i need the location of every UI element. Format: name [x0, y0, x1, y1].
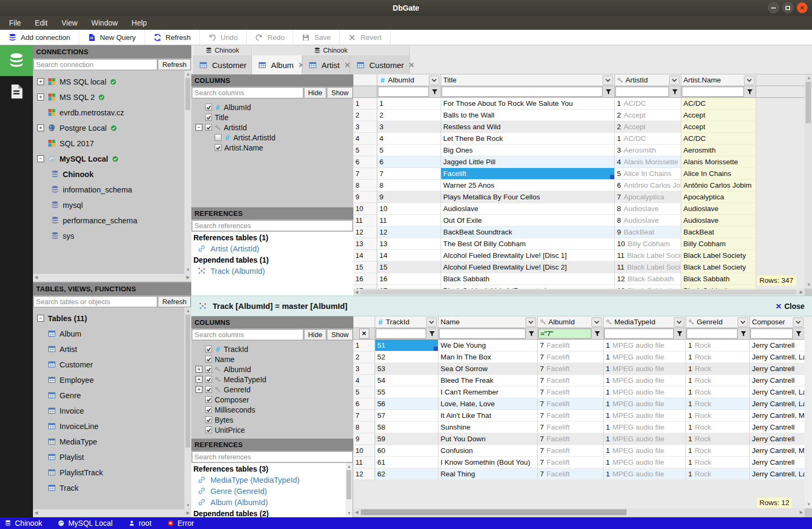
tab-close-icon[interactable]: ✕	[344, 61, 350, 69]
cell-artistid[interactable]: 1AC/DC	[615, 133, 681, 145]
album-columns-show-button[interactable]: Show	[327, 87, 353, 98]
column-item-title[interactable]: Title	[191, 112, 353, 122]
filter-funnel-button[interactable]	[674, 329, 685, 339]
cell-artistid[interactable]: 12Black Sabbath	[615, 285, 681, 289]
cell-albumid[interactable]: 7Facelift	[538, 340, 604, 351]
cell-title[interactable]: The Best Of Billy Cobham	[441, 238, 615, 250]
cell-trackid[interactable]: 56	[375, 398, 438, 410]
cell-trackid[interactable]: 57	[375, 410, 438, 422]
cell-name[interactable]: Man In The Box	[438, 351, 538, 363]
toolbar-redo-button[interactable]: Redo	[247, 30, 293, 45]
cell-albumid[interactable]: 7Facelift	[538, 387, 604, 398]
cell-composer[interactable]: Jerry Cantrell, Layne Staley	[750, 468, 805, 480]
cell-title[interactable]: Let There Be Rock	[441, 133, 615, 145]
connection-item-mysql[interactable]: mysql	[33, 197, 184, 213]
connection-item-chinook[interactable]: Chinook	[33, 166, 184, 182]
filter-input-artist-name[interactable]	[682, 87, 744, 97]
status-mysql-local[interactable]: MySQL Local	[58, 519, 113, 527]
cell-composer[interactable]: Jerry Cantrell	[750, 340, 805, 351]
reference-link-genre-genreid[interactable]: Genre (GenreId)	[191, 485, 345, 497]
album-references-search-input[interactable]	[192, 220, 353, 231]
filter-funnel-button[interactable]	[526, 329, 537, 339]
column-header-artist-name[interactable]: Artist.Name	[681, 74, 756, 86]
close-reference-button[interactable]: ✕Close	[775, 302, 805, 310]
column-checkbox[interactable]	[205, 356, 212, 363]
column-item-milliseconds[interactable]: Milliseconds	[191, 405, 353, 415]
connection-item-evrdb-metrostav-cz[interactable]: evrdb.metrostav.cz	[33, 105, 184, 120]
cell-name[interactable]: Sunshine	[438, 422, 538, 433]
cell-name[interactable]: We Die Young	[438, 340, 538, 351]
status-chinook[interactable]: Chinook	[5, 519, 42, 527]
track-references-scrollbar[interactable]: ▲▼	[345, 463, 352, 517]
column-item-artist-name[interactable]: Artist.Name	[191, 142, 353, 153]
cell-title[interactable]: Black Sabbath Vol. 4 (Remaster)	[441, 285, 615, 289]
cell-title[interactable]: BackBeat Soundtrack	[441, 226, 615, 238]
filter-input-composer[interactable]	[750, 329, 793, 339]
expander-plus-icon[interactable]: +	[37, 124, 44, 131]
cell-artist-name[interactable]: Black Sabbath	[681, 273, 756, 285]
track-columns-hide-button[interactable]: Hide	[304, 329, 327, 340]
column-dropdown-button[interactable]	[738, 317, 748, 327]
column-header-mediatypeid[interactable]: MediaTypeId	[604, 316, 686, 328]
album-grid-vertical-scrollbar[interactable]: ▲▼	[805, 74, 812, 289]
column-checkbox[interactable]	[205, 426, 212, 433]
expander-minus-icon[interactable]: −	[37, 155, 44, 162]
table-item-genre[interactable]: Genre	[33, 388, 184, 403]
column-dropdown-button[interactable]	[669, 75, 680, 85]
expander-plus-icon[interactable]: +	[196, 386, 202, 393]
reference-link-artist-artistid[interactable]: Artist (ArtistId)	[191, 243, 353, 254]
column-dropdown-button[interactable]	[429, 75, 439, 85]
filter-input-title[interactable]	[442, 87, 603, 97]
tab-close-icon[interactable]: ✕	[409, 61, 415, 69]
column-item-albumid[interactable]: #AlbumId	[191, 102, 353, 112]
menu-help[interactable]: Help	[125, 16, 154, 30]
column-header-albumid[interactable]: #AlbumId	[377, 74, 441, 86]
connections-refresh-button[interactable]: Refresh	[158, 59, 191, 70]
table-item-invoice[interactable]: Invoice	[33, 403, 184, 418]
cell-genreid[interactable]: 1Rock	[686, 398, 750, 410]
column-item-genreid[interactable]: +GenreId	[191, 384, 353, 394]
column-dropdown-button[interactable]	[744, 75, 755, 85]
connections-vertical-scrollbar[interactable]: ▲▼	[184, 71, 191, 274]
column-checkbox[interactable]	[205, 416, 212, 423]
cell-artistid[interactable]: 11Black Label Society	[615, 250, 681, 262]
column-checkbox[interactable]	[215, 134, 222, 141]
cell-albumid[interactable]: 11	[377, 215, 441, 226]
column-item-albumid[interactable]: +AlbumId	[191, 364, 353, 374]
column-checkbox[interactable]	[205, 376, 212, 383]
tables-refresh-button[interactable]: Refresh	[158, 296, 191, 307]
reference-link-mediatype-mediatypeid[interactable]: MediaType (MediaTypeId)	[191, 474, 345, 485]
menu-file[interactable]: File	[2, 16, 28, 30]
cell-name[interactable]: Put You Down	[438, 433, 538, 445]
cell-mediatypeid[interactable]: 1MPEG audio file	[604, 340, 686, 351]
cell-albumid[interactable]: 12	[377, 226, 441, 238]
column-checkbox[interactable]	[205, 104, 212, 111]
tables-search-input[interactable]	[33, 296, 157, 307]
cell-name[interactable]: It Ain't Like That	[438, 410, 538, 422]
filter-funnel-button[interactable]	[603, 87, 614, 97]
cell-title[interactable]: Facelift	[441, 168, 615, 180]
column-dropdown-button[interactable]	[526, 317, 536, 327]
cell-trackid[interactable]: 55	[375, 387, 438, 398]
column-dropdown-button[interactable]	[793, 317, 803, 327]
cell-artist-name[interactable]: Audioslave	[681, 215, 756, 226]
cell-trackid[interactable]: 58	[375, 422, 438, 433]
cell-mediatypeid[interactable]: 1MPEG audio file	[604, 351, 686, 363]
toolbar-new-query-button[interactable]: New Query	[79, 30, 145, 45]
table-item-artist[interactable]: Artist	[33, 341, 184, 357]
nav-files-button[interactable]	[0, 76, 33, 107]
cell-name[interactable]: I Know Somethin (Bout You)	[438, 457, 538, 468]
cell-composer[interactable]: Jerry Cantrell	[750, 375, 805, 387]
column-checkbox[interactable]	[205, 114, 212, 121]
cell-albumid[interactable]: 7Facelift	[538, 433, 604, 445]
clear-filters-button[interactable]: ✕	[359, 329, 369, 339]
cell-artist-name[interactable]: Black Sabbath	[681, 285, 756, 289]
expander-plus-icon[interactable]: +	[37, 78, 44, 85]
connections-search-input[interactable]	[33, 59, 157, 70]
table-item-employee[interactable]: Employee	[33, 372, 184, 388]
column-checkbox[interactable]	[205, 346, 212, 352]
cell-title[interactable]: Alcohol Fueled Brewtality Live! [Disc 2]	[441, 262, 615, 273]
column-header-trackid[interactable]: #TrackId	[375, 316, 438, 328]
track-grid-horizontal-scrollbar[interactable]: ◀▶	[353, 508, 805, 517]
album-columns-hide-button[interactable]: Hide	[304, 87, 327, 98]
